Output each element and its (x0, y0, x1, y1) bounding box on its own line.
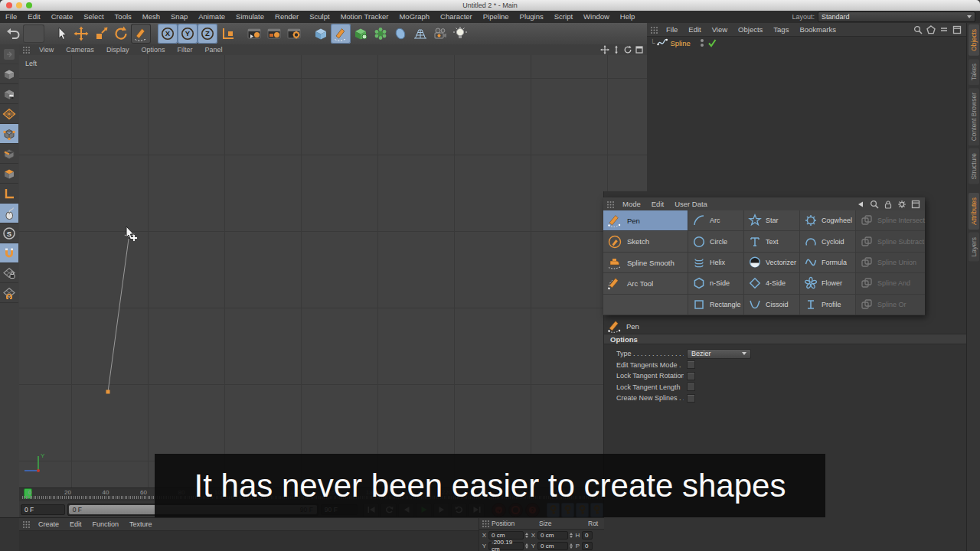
menu-mograph[interactable]: MoGraph (394, 11, 435, 23)
drag-handle-icon[interactable] (19, 46, 33, 54)
material-menu-function[interactable]: Function (87, 518, 125, 530)
coord-system-button[interactable] (217, 24, 237, 44)
menu-edit[interactable]: Edit (22, 11, 45, 23)
undo-button[interactable] (3, 24, 23, 44)
tab-attributes[interactable]: Attributes (969, 193, 979, 230)
spline-primitive-profile[interactable]: Profile (799, 295, 855, 315)
menu-animate[interactable]: Animate (193, 11, 230, 23)
spline-primitive-text[interactable]: Text (743, 231, 799, 252)
type-dropdown[interactable]: Bezier (687, 349, 751, 359)
object-row-spline[interactable]: └ Spline (647, 37, 966, 49)
make-editable-button[interactable] (0, 44, 18, 64)
viewport-canvas[interactable]: Left Y (19, 55, 647, 487)
axis-z-button[interactable]: Z (198, 24, 217, 44)
coordinate-field[interactable]: 0 cm (488, 531, 524, 540)
tab-structure[interactable]: Structure (969, 148, 979, 184)
menu-help[interactable]: Help (615, 11, 641, 23)
move-tool-button[interactable] (71, 24, 91, 44)
tab-layers[interactable]: Layers (969, 233, 979, 262)
menu-sculpt[interactable]: Sculpt (304, 11, 335, 23)
spline-tool-spline-smooth[interactable]: Spline Smooth (603, 253, 688, 273)
stepper[interactable] (525, 542, 529, 550)
om-menu-objects[interactable]: Objects (733, 23, 768, 36)
drag-handle-icon[interactable] (19, 520, 33, 528)
scale-tool-button[interactable] (91, 24, 111, 44)
polygons-mode-button[interactable] (0, 164, 18, 184)
render-view-button[interactable] (244, 24, 264, 44)
menu-simulate[interactable]: Simulate (230, 11, 270, 23)
panel-max-icon[interactable] (952, 25, 962, 34)
material-menu-texture[interactable]: Texture (124, 518, 158, 530)
add-floor-button[interactable] (410, 24, 430, 44)
add-spline-pen-button[interactable] (331, 24, 351, 44)
rotate-tool-button[interactable] (111, 24, 131, 44)
menu-script[interactable]: Script (549, 11, 578, 23)
menu-character[interactable]: Character (435, 11, 478, 23)
spline-primitive-formula[interactable]: Formula (799, 253, 855, 273)
axis-mode-button[interactable] (0, 184, 18, 204)
spline-primitive-flower[interactable]: Flower (799, 273, 855, 294)
spline-primitive-n-side[interactable]: n-Side (688, 273, 743, 294)
object-name[interactable]: Spline (670, 39, 690, 47)
snap-mode-button[interactable]: S (0, 223, 18, 243)
spline-tool-sketch[interactable]: Sketch (603, 231, 688, 252)
spline-primitive-circle[interactable]: Circle (688, 231, 743, 252)
viewport-menu-cameras[interactable]: Cameras (60, 44, 100, 55)
gear-icon[interactable] (897, 200, 906, 209)
viewport-menu-panel[interactable]: Panel (198, 44, 228, 55)
viewport-pan-icon[interactable] (612, 45, 621, 54)
tab-content-browser[interactable]: Content Browser (969, 88, 979, 145)
viewport-maximize-icon[interactable] (635, 45, 644, 54)
tab-objects[interactable]: Objects (969, 24, 979, 56)
zoom-window-button[interactable] (26, 2, 32, 8)
om-menu-file[interactable]: File (661, 23, 683, 36)
menu-file[interactable]: File (0, 11, 22, 23)
menu-snap[interactable]: Snap (165, 11, 193, 23)
coordinate-field[interactable]: 0 (582, 531, 593, 540)
close-window-button[interactable] (6, 2, 12, 8)
spline-primitive-star[interactable]: Star (743, 210, 799, 231)
om-menu-tags[interactable]: Tags (768, 23, 794, 36)
menu-select[interactable]: Select (78, 11, 109, 23)
popup-menu-edit[interactable]: Edit (646, 197, 669, 210)
menu-pipeline[interactable]: Pipeline (478, 11, 514, 23)
drag-handle-icon[interactable] (647, 26, 661, 34)
material-menu-create[interactable]: Create (33, 518, 64, 530)
tab-takes[interactable]: Takes (969, 59, 979, 85)
coordinate-field[interactable]: 0 cm (537, 531, 568, 540)
pentagon-icon[interactable] (926, 25, 936, 34)
om-menu-edit[interactable]: Edit (683, 23, 706, 36)
edges-mode-button[interactable] (0, 144, 18, 164)
menu-mesh[interactable]: Mesh (137, 11, 165, 23)
menu-motion-tracker[interactable]: Motion Tracker (335, 11, 394, 23)
search-icon[interactable] (913, 25, 923, 34)
stepper[interactable] (570, 542, 573, 550)
coordinate-field[interactable]: -200.19 cm (488, 542, 524, 550)
viewport-menu-options[interactable]: Options (135, 44, 171, 55)
spline-primitive-4-side[interactable]: 4-Side (743, 273, 799, 294)
spline-point[interactable] (106, 390, 110, 394)
lock-icon[interactable] (884, 200, 893, 209)
drag-handle-icon[interactable] (479, 520, 492, 527)
tweak-mode-button[interactable] (0, 204, 18, 223)
om-menu-view[interactable]: View (707, 23, 733, 36)
spline-tool-pen[interactable]: Pen (603, 210, 688, 231)
spline-primitive-helix[interactable]: Helix (688, 253, 743, 273)
workplane-mode-button[interactable] (0, 104, 18, 124)
add-light-button[interactable] (450, 24, 470, 44)
axis-y-button[interactable]: Y (178, 24, 198, 44)
checkbox[interactable] (687, 372, 695, 380)
spline-primitive-arc[interactable]: Arc (688, 210, 743, 231)
add-deformer-button[interactable] (371, 24, 390, 44)
coordinate-field[interactable]: 0 (582, 542, 593, 550)
menu-render[interactable]: Render (270, 11, 304, 23)
search-icon[interactable] (870, 200, 879, 209)
planar-workplane-button[interactable] (0, 283, 18, 303)
spline-primitive-rectangle[interactable]: Rectangle (688, 295, 743, 315)
lock-workplane-button[interactable] (0, 263, 18, 283)
coordinate-field[interactable]: 0 cm (537, 542, 568, 550)
minimize-window-button[interactable] (16, 2, 22, 8)
spline-tool-arc-tool[interactable]: Arc Tool (603, 273, 688, 294)
options-section-header[interactable]: Options (604, 334, 967, 344)
menu-tools[interactable]: Tools (109, 11, 137, 23)
